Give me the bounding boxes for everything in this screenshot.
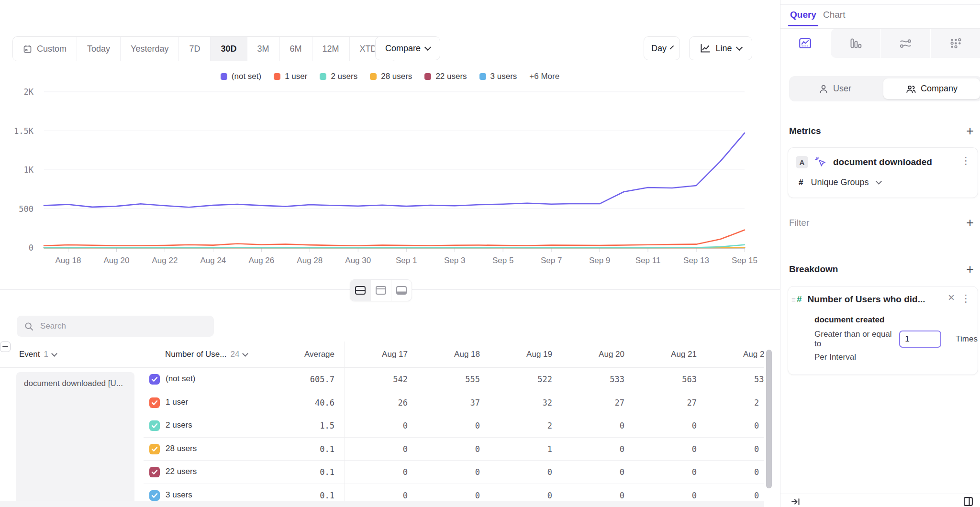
svg-text:500: 500 <box>19 204 33 214</box>
drag-handle-icon[interactable]: ≡ <box>791 296 796 304</box>
svg-text:Aug 22: Aug 22 <box>152 256 178 265</box>
granularity-label: Day <box>651 44 667 54</box>
query-sidebar: Query Chart <box>780 0 980 507</box>
split-horizontal-icon <box>355 286 366 295</box>
range-6m[interactable]: 6M <box>279 37 312 61</box>
range-label: Today <box>87 44 110 54</box>
scope-company-option[interactable]: Company <box>883 78 980 99</box>
series-average: 40.6 <box>254 398 334 408</box>
line-chart-icon <box>799 37 812 49</box>
svg-text:Sep 13: Sep 13 <box>683 256 709 265</box>
series-checkbox[interactable] <box>149 374 160 385</box>
legend-item[interactable]: 3 users <box>479 72 517 81</box>
hash-icon: # <box>797 294 802 305</box>
value-cell: 0 <box>552 438 624 461</box>
table-body: document downloaded [U... (not set) 605.… <box>0 368 764 507</box>
legend-item[interactable]: (not set) <box>221 72 261 81</box>
legend-item[interactable]: 22 users <box>424 72 467 81</box>
value-cell: 0 <box>408 461 480 484</box>
legend-swatch <box>424 73 431 80</box>
legend-label: 28 users <box>381 72 412 81</box>
add-metric-button[interactable]: + <box>966 126 974 136</box>
kebab-icon[interactable]: ⋮ <box>961 295 971 302</box>
select-all-checkbox[interactable] <box>0 342 11 352</box>
range-custom[interactable]: Custom <box>13 37 77 61</box>
value-cell: 0 <box>552 461 624 484</box>
series-checkbox[interactable] <box>149 490 160 501</box>
series-checkbox[interactable] <box>149 397 160 408</box>
granularity-button[interactable]: Day <box>644 36 680 60</box>
legend-item[interactable]: 28 users <box>370 72 412 81</box>
value-cell: 0 <box>624 461 697 484</box>
collapse-panel-icon[interactable] <box>791 497 801 506</box>
company-icon <box>906 84 916 94</box>
compare-button[interactable]: Compare <box>375 36 440 60</box>
table-row: (not set) 605.7 54255552253356353 <box>144 368 764 391</box>
svg-text:Aug 20: Aug 20 <box>104 256 130 265</box>
range-label: 3M <box>257 44 269 54</box>
layout-chart-only-button[interactable] <box>370 280 391 301</box>
add-breakdown-button[interactable]: + <box>966 265 974 274</box>
range-7d[interactable]: 7D <box>178 37 210 61</box>
close-icon[interactable]: × <box>948 293 955 302</box>
value-cell: 27 <box>552 391 624 414</box>
series-column-header[interactable]: Number of Use... 24 <box>165 350 247 359</box>
range-today[interactable]: Today <box>77 37 120 61</box>
chart-type-button[interactable]: Line <box>689 36 752 60</box>
range-12m[interactable]: 12M <box>312 37 349 61</box>
chart-type-flow[interactable] <box>880 29 931 58</box>
scope-user-option[interactable]: User <box>789 76 881 101</box>
series-checkbox[interactable] <box>149 420 160 431</box>
metric-measure[interactable]: Unique Groups <box>811 177 869 187</box>
svg-text:Sep 3: Sep 3 <box>444 256 465 265</box>
date-column-header: Aug 20 <box>552 342 624 367</box>
value-cell: 2 <box>697 391 764 414</box>
table-row: 1 user 40.6 26373227272 <box>144 391 764 415</box>
chart-type-bar[interactable] <box>830 29 880 58</box>
search-box <box>17 316 214 337</box>
svg-text:Sep 11: Sep 11 <box>635 256 661 265</box>
value-cell: 53 <box>697 368 764 391</box>
layout-table-only-button[interactable] <box>391 280 412 301</box>
panel-top-icon <box>375 286 387 295</box>
chart-type-line-active[interactable] <box>780 29 830 58</box>
value-cell: 0 <box>345 414 408 437</box>
chart-type-switcher <box>780 29 980 58</box>
tab-query[interactable]: Query <box>790 10 816 20</box>
series-checkbox[interactable] <box>149 444 160 454</box>
value-cell: 37 <box>408 391 480 414</box>
legend-label: 3 users <box>490 72 517 81</box>
value-cell: 0 <box>697 438 764 461</box>
legend-swatch <box>320 73 326 80</box>
legend-more[interactable]: +6 More <box>529 72 559 81</box>
event-column-header[interactable]: Event 1 <box>19 350 56 359</box>
breakdown-value-input[interactable] <box>899 331 941 348</box>
series-checkbox[interactable] <box>149 467 160 477</box>
legend-swatch <box>221 73 227 80</box>
range-30d[interactable]: 30D <box>210 37 246 61</box>
metrics-heading: Metrics <box>789 126 821 136</box>
range-yesterday[interactable]: Yesterday <box>120 37 178 61</box>
legend-item[interactable]: 1 user <box>274 72 307 81</box>
layout-split-button[interactable] <box>350 280 370 301</box>
breakdown-condition[interactable]: Greater than or equal to <box>814 330 892 349</box>
checkbox-indeterminate-icon <box>2 346 8 348</box>
tab-chart[interactable]: Chart <box>823 10 845 20</box>
table-row: 22 users 0.1 000000 <box>144 461 764 484</box>
search-input[interactable] <box>39 321 206 331</box>
add-filter-button[interactable]: + <box>966 218 974 228</box>
vertical-scrollbar[interactable] <box>766 350 772 488</box>
series-label: 22 users <box>166 467 197 476</box>
columns-icon[interactable] <box>963 496 973 507</box>
breakdown-card[interactable]: ≡ # Number of Users who did... × ⋮ docum… <box>788 286 978 375</box>
chevron-down-icon <box>735 44 742 51</box>
value-cell: 1 <box>480 438 552 461</box>
breakdown-section-header: Breakdown + <box>789 264 974 275</box>
metric-card[interactable]: A document downloaded ⋮ # Unique Groups <box>788 147 978 198</box>
kebab-icon[interactable]: ⋮ <box>961 157 971 164</box>
range-3m[interactable]: 3M <box>247 37 279 61</box>
legend-item[interactable]: 2 users <box>320 72 357 81</box>
chart-type-grid[interactable] <box>930 29 980 58</box>
event-cell[interactable]: document downloaded [U... <box>16 372 134 507</box>
date-column-header: Aug 2 <box>697 342 764 367</box>
